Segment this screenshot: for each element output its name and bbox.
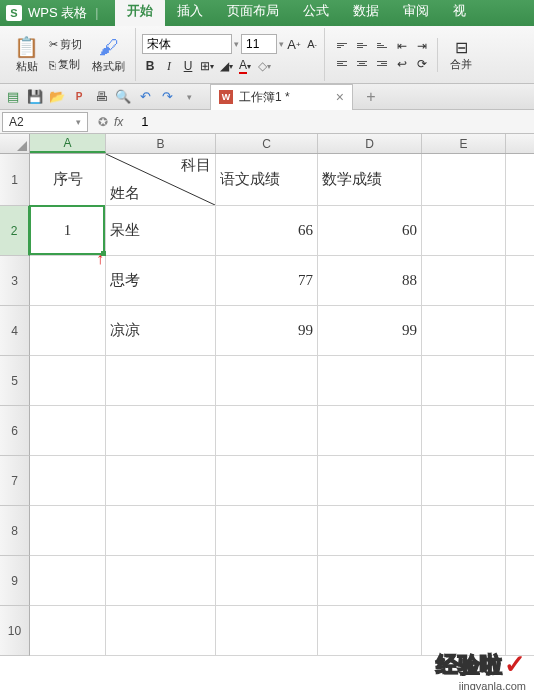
cell-A6[interactable] — [30, 406, 106, 455]
copy-button[interactable]: ⎘复制 — [45, 55, 86, 74]
increase-font-button[interactable]: A+ — [286, 35, 302, 53]
menu-view[interactable]: 视 — [441, 0, 478, 26]
cell-A8[interactable] — [30, 506, 106, 555]
cell-E1[interactable] — [422, 154, 506, 205]
menu-page-layout[interactable]: 页面布局 — [215, 0, 291, 26]
cell-B8[interactable] — [106, 506, 216, 555]
align-bottom-button[interactable] — [373, 38, 391, 54]
cell-E7[interactable] — [422, 456, 506, 505]
row-header-1[interactable]: 1 — [0, 154, 30, 206]
cell-D3[interactable]: 88 — [318, 256, 422, 305]
cell-C10[interactable] — [216, 606, 318, 655]
menu-start[interactable]: 开始 — [115, 0, 165, 26]
menu-data[interactable]: 数据 — [341, 0, 391, 26]
cell-B6[interactable] — [106, 406, 216, 455]
align-top-button[interactable] — [333, 38, 351, 54]
cell-B9[interactable] — [106, 556, 216, 605]
row-header-4[interactable]: 4 — [0, 306, 30, 356]
indent-decrease-button[interactable]: ⇤ — [393, 38, 411, 54]
cell-C2[interactable]: 66 — [216, 206, 318, 255]
column-header-A[interactable]: A — [30, 134, 106, 153]
cell-C1[interactable]: 语文成绩 — [216, 154, 318, 205]
chevron-down-icon[interactable]: ▾ — [279, 39, 284, 49]
cell-E6[interactable] — [422, 406, 506, 455]
cell-A4[interactable] — [30, 306, 106, 355]
cell-A3[interactable] — [30, 256, 106, 305]
indent-increase-button[interactable]: ⇥ — [413, 38, 431, 54]
cell-E2[interactable] — [422, 206, 506, 255]
cell-D1[interactable]: 数学成绩 — [318, 154, 422, 205]
row-header-2[interactable]: 2 — [0, 206, 30, 256]
cell-D2[interactable]: 60 — [318, 206, 422, 255]
print-preview-button[interactable]: 🔍 — [114, 88, 132, 106]
cell-D8[interactable] — [318, 506, 422, 555]
row-header-8[interactable]: 8 — [0, 506, 30, 556]
row-header-7[interactable]: 7 — [0, 456, 30, 506]
redo-button[interactable]: ↷ — [158, 88, 176, 106]
formula-input[interactable] — [135, 112, 534, 132]
merge-button[interactable]: ⊟ 合并 — [444, 36, 478, 74]
cell-E10[interactable] — [422, 606, 506, 655]
font-name-select[interactable] — [142, 34, 232, 54]
cell-C3[interactable]: 77 — [216, 256, 318, 305]
cell-B10[interactable] — [106, 606, 216, 655]
fx-icon[interactable]: fx — [114, 115, 123, 129]
new-tab-button[interactable]: + — [361, 88, 381, 106]
cell-D6[interactable] — [318, 406, 422, 455]
insert-function-button[interactable]: ✪ — [98, 115, 108, 129]
new-file-button[interactable]: ▤ — [4, 88, 22, 106]
menu-review[interactable]: 审阅 — [391, 0, 441, 26]
cell-D7[interactable] — [318, 456, 422, 505]
fill-color-button[interactable]: ◢▾ — [218, 57, 234, 75]
align-left-button[interactable] — [333, 56, 351, 72]
cell-B7[interactable] — [106, 456, 216, 505]
column-header-B[interactable]: B — [106, 134, 216, 153]
column-header-D[interactable]: D — [318, 134, 422, 153]
undo-button[interactable]: ↶ — [136, 88, 154, 106]
format-painter-button[interactable]: 🖌 格式刷 — [86, 34, 131, 76]
cell-D9[interactable] — [318, 556, 422, 605]
border-button[interactable]: ⊞▾ — [199, 57, 215, 75]
cell-A1[interactable]: 序号 — [30, 154, 106, 205]
paste-button[interactable]: 📋 粘贴 — [8, 33, 45, 76]
cell-E9[interactable] — [422, 556, 506, 605]
font-size-select[interactable] — [241, 34, 277, 54]
row-header-5[interactable]: 5 — [0, 356, 30, 406]
save-button[interactable]: 💾 — [26, 88, 44, 106]
cell-B5[interactable] — [106, 356, 216, 405]
row-header-3[interactable]: 3 — [0, 256, 30, 306]
column-header-C[interactable]: C — [216, 134, 318, 153]
cell-B3[interactable]: 思考 — [106, 256, 216, 305]
name-box[interactable]: A2 ▾ — [2, 112, 88, 132]
chevron-down-icon[interactable]: ▾ — [76, 117, 81, 127]
cell-A5[interactable] — [30, 356, 106, 405]
font-color-button[interactable]: A▾ — [237, 57, 253, 75]
chevron-down-icon[interactable]: ▾ — [234, 39, 239, 49]
cell-B1[interactable]: 科目姓名 — [106, 154, 216, 205]
close-tab-button[interactable]: × — [336, 89, 344, 105]
cell-D10[interactable] — [318, 606, 422, 655]
clear-format-button[interactable]: ◇▾ — [256, 57, 272, 75]
export-pdf-button[interactable]: P — [70, 88, 88, 106]
cell-B2[interactable]: 呆坐 — [106, 206, 216, 255]
cell-A10[interactable] — [30, 606, 106, 655]
cell-E3[interactable] — [422, 256, 506, 305]
row-header-6[interactable]: 6 — [0, 406, 30, 456]
menu-insert[interactable]: 插入 — [165, 0, 215, 26]
cell-A2[interactable]: 1 — [30, 206, 106, 255]
cell-A9[interactable] — [30, 556, 106, 605]
select-all-corner[interactable] — [0, 134, 30, 153]
cell-D5[interactable] — [318, 356, 422, 405]
open-button[interactable]: 📂 — [48, 88, 66, 106]
cell-E8[interactable] — [422, 506, 506, 555]
row-header-9[interactable]: 9 — [0, 556, 30, 606]
cell-C8[interactable] — [216, 506, 318, 555]
cell-C4[interactable]: 99 — [216, 306, 318, 355]
italic-button[interactable]: I — [161, 57, 177, 75]
menu-formula[interactable]: 公式 — [291, 0, 341, 26]
cell-C6[interactable] — [216, 406, 318, 455]
align-right-button[interactable] — [373, 56, 391, 72]
document-tab[interactable]: W 工作簿1 * × — [210, 84, 353, 110]
cell-E5[interactable] — [422, 356, 506, 405]
underline-button[interactable]: U — [180, 57, 196, 75]
